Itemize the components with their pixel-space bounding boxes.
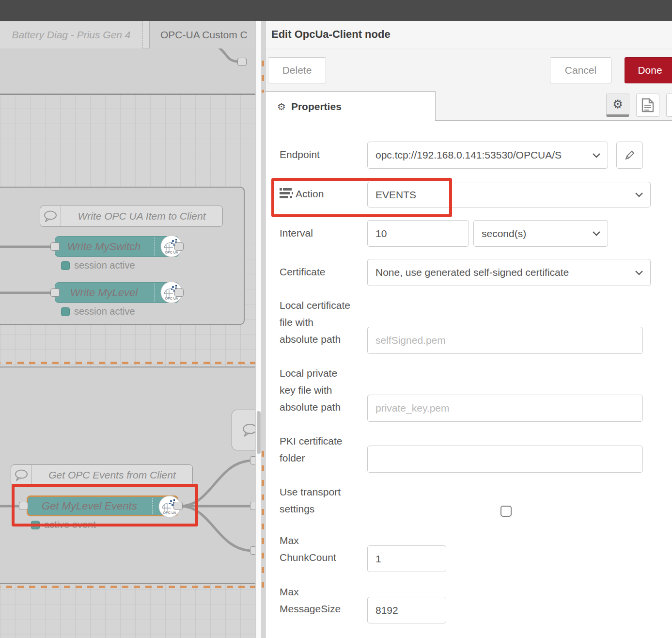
status-dot-icon	[61, 261, 70, 270]
local-cert-label-line1: Local certificate	[280, 299, 350, 312]
action-label: Action	[296, 187, 324, 201]
endpoint-select[interactable]: opc.tcp://192.168.0.141:53530/OPCUA/S	[367, 142, 608, 169]
node-port-partial[interactable]	[250, 456, 255, 464]
max-msg-label-line1: Max	[280, 585, 299, 599]
node-port-partial[interactable]	[250, 546, 255, 555]
endpoint-value: opc.tcp://192.168.0.141:53530/OPCUA/S	[375, 149, 592, 161]
pki-folder-input[interactable]	[367, 446, 643, 473]
node-status: session active	[61, 260, 135, 271]
interval-unit-select[interactable]: second(s)	[473, 220, 608, 247]
certificate-value: None, use generated self-signed certific…	[375, 267, 635, 278]
edit-endpoint-button[interactable]	[616, 142, 643, 169]
chevron-down-icon	[635, 270, 643, 275]
status-dot-icon	[31, 521, 40, 529]
wire-layer	[0, 48, 255, 638]
private-key-input[interactable]	[367, 395, 643, 422]
tab-properties[interactable]: ⚙ Properties	[265, 91, 436, 121]
document-icon	[641, 98, 654, 112]
delete-button-label: Delete	[282, 64, 312, 76]
pki-label-line2: folder	[280, 451, 305, 465]
properties-view-button[interactable]: ⚙	[606, 94, 629, 117]
done-button[interactable]: Done	[625, 57, 672, 83]
group-selection-dash-seam	[262, 451, 264, 590]
tab-properties-label: Properties	[291, 101, 342, 112]
max-chunk-label-line1: Max	[280, 534, 299, 547]
pki-label-line1: PKI certificate	[280, 434, 343, 448]
max-chunk-label-line2: ChunkCount	[280, 551, 336, 564]
flow-tab-label: OPC-UA Custom C	[160, 29, 248, 41]
flow-tab-opcua-custom[interactable]: OPC-UA Custom C	[149, 21, 255, 48]
wire[interactable]	[180, 506, 253, 551]
tray-tab-row: ⚙ Properties ⚙	[266, 90, 672, 121]
node-port-output[interactable]	[174, 242, 184, 251]
private-key-label-line3: absolute path	[280, 400, 341, 414]
node-port-input[interactable]	[50, 288, 60, 297]
wire[interactable]	[217, 48, 238, 62]
properties-form: Endpoint opc.tcp://192.168.0.141:53530/O…	[266, 121, 672, 638]
chevron-down-icon	[592, 231, 601, 236]
delete-button[interactable]: Delete	[268, 57, 326, 83]
node-port-partial[interactable]	[237, 58, 247, 66]
status-text: session active	[74, 260, 135, 271]
wire[interactable]	[180, 461, 253, 506]
gear-icon: ⚙	[277, 101, 286, 112]
transport-label-line2: settings	[280, 502, 314, 516]
endpoint-label: Endpoint	[280, 148, 320, 161]
edit-node-tray: Edit OpcUa-Client node Delete Cancel Don…	[265, 21, 672, 638]
max-chunkcount-input[interactable]	[367, 545, 446, 572]
status-dot-icon	[61, 307, 70, 316]
action-value: EVENTS	[375, 189, 635, 201]
certificate-label: Certificate	[280, 265, 326, 279]
transport-label-line1: Use transport	[280, 485, 341, 499]
canvas-scrollbar[interactable]	[255, 21, 261, 638]
certificate-select[interactable]: None, use generated self-signed certific…	[367, 259, 651, 286]
node-port-input[interactable]	[50, 242, 60, 251]
flow-tab-battery-diag[interactable]: Battery Diag - Prius Gen 4	[0, 21, 143, 48]
chevron-down-icon	[635, 192, 643, 197]
max-msg-label-line2: MessageSize	[280, 602, 341, 616]
tray-header: Edit OpcUa-Client node	[266, 21, 672, 48]
flow-canvas[interactable]: Write OPC UA Item to Client Write MySwit…	[0, 48, 255, 638]
done-button-label: Done	[638, 64, 662, 76]
local-cert-label-line3: absolute path	[280, 333, 341, 346]
node-port-input[interactable]	[19, 502, 28, 510]
local-cert-label-line2: file with	[280, 316, 313, 329]
status-text: session active	[74, 306, 135, 317]
tasks-icon	[280, 188, 293, 199]
local-cert-input[interactable]	[367, 327, 643, 354]
group-selection-dash-seam	[262, 61, 264, 93]
pencil-icon	[625, 150, 635, 160]
node-status: active event	[31, 519, 96, 530]
action-select[interactable]: EVENTS	[367, 182, 651, 207]
scrollbar-thumb[interactable]	[257, 411, 261, 454]
chevron-down-icon	[592, 153, 601, 158]
transport-settings-checkbox[interactable]	[500, 506, 512, 517]
tray-title: Edit OpcUa-Client node	[266, 28, 391, 41]
private-key-label-line2: key file with	[280, 383, 332, 397]
private-key-label-line1: Local private	[280, 367, 337, 380]
description-view-button[interactable]	[636, 94, 659, 117]
node-red-app: Battery Diag - Prius Gen 4 OPC-UA Custom…	[0, 0, 672, 638]
tray-button-row: Delete Cancel Done	[266, 49, 672, 90]
max-messagesize-input[interactable]	[367, 597, 446, 623]
gear-icon: ⚙	[612, 97, 623, 111]
flow-workspace: Battery Diag - Prius Gen 4 OPC-UA Custom…	[0, 21, 255, 638]
flow-tab-bar: Battery Diag - Prius Gen 4 OPC-UA Custom…	[0, 21, 255, 48]
cancel-button[interactable]: Cancel	[550, 57, 611, 83]
app-header-bar	[0, 0, 672, 21]
node-port-partial[interactable]	[250, 502, 255, 510]
interval-label: Interval	[280, 226, 313, 240]
status-text: active event	[44, 519, 96, 530]
flow-tab-label: Battery Diag - Prius Gen 4	[12, 29, 130, 41]
interval-input[interactable]	[367, 220, 469, 247]
node-port-output[interactable]	[174, 288, 184, 297]
cancel-button-label: Cancel	[565, 64, 596, 76]
appearance-view-button[interactable]	[666, 94, 672, 117]
node-port-output[interactable]	[173, 502, 183, 510]
node-status: session active	[61, 306, 135, 317]
interval-unit-value: second(s)	[482, 228, 592, 239]
